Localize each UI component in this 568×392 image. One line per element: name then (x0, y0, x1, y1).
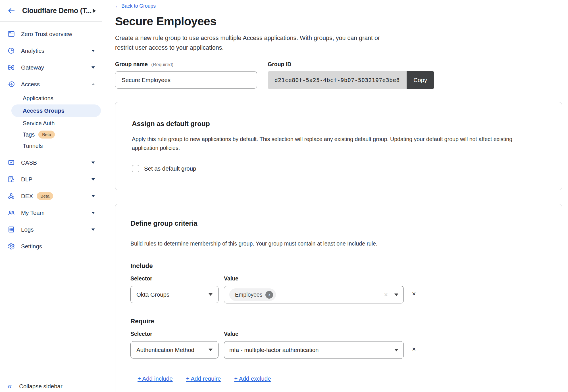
dlp-icon (7, 175, 15, 183)
sidebar-item-label: Analytics (21, 47, 44, 54)
collapse-chevrons-icon: « (7, 382, 12, 390)
add-include-link[interactable]: + Add include (138, 375, 173, 382)
add-rule-links: + Add include + Add require + Add exclud… (138, 375, 545, 382)
chip-remove-icon[interactable]: x (265, 291, 273, 299)
sidebar-item-logs[interactable]: Logs (0, 221, 102, 238)
sidebar-item-dlp[interactable]: DLP (0, 171, 102, 188)
sidebar-item-settings[interactable]: Settings (0, 238, 102, 255)
collapse-sidebar-button[interactable]: « Collapse sidebar (0, 378, 102, 392)
group-name-label: Group name (115, 61, 148, 67)
include-rule-row: Selector Okta Groups Value Employees x × (130, 275, 545, 303)
sidebar-item-label: DLP (21, 176, 32, 183)
include-value-multiselect[interactable]: Employees x × (224, 286, 404, 303)
value-label: Value (224, 275, 404, 282)
require-selector-col: Selector Authentication Method (130, 331, 219, 359)
include-selector-dropdown[interactable]: Okta Groups (130, 286, 219, 303)
sidebar-item-applications[interactable]: Applications (0, 93, 102, 104)
selector-label: Selector (130, 331, 219, 337)
access-icon (7, 80, 15, 88)
chevron-down-icon (91, 162, 95, 164)
chevron-up-icon (91, 83, 95, 85)
chevron-down-icon (394, 294, 398, 296)
sidebar-item-label: Gateway (21, 64, 44, 71)
chevron-down-icon (91, 178, 95, 181)
sidebar-item-gateway[interactable]: Gateway (0, 59, 102, 76)
sidebar-item-label: Logs (21, 226, 34, 233)
group-id-value: d21ce80f-5a25-4bcf-9b07-5032197e3be8 (268, 71, 407, 89)
sidebar-item-dex[interactable]: DEX Beta (0, 188, 102, 204)
collapse-sidebar-label: Collapse sidebar (19, 383, 63, 390)
sidebar-item-tags[interactable]: Tags Beta (0, 129, 102, 140)
sidebar-nav: Zero Trust overview Analytics Gateway Ac… (0, 22, 102, 255)
require-heading: Require (130, 318, 545, 325)
group-fields-row: Group name (Required) Group ID d21ce80f-… (115, 61, 562, 89)
sidebar-item-my-team[interactable]: My Team (0, 204, 102, 221)
sidebar-item-analytics[interactable]: Analytics (0, 42, 102, 59)
group-name-input[interactable] (115, 71, 257, 89)
gear-icon (7, 242, 15, 250)
sidebar-item-tunnels[interactable]: Tunnels (0, 140, 102, 152)
require-rule-row: Selector Authentication Method Value mfa… (130, 331, 545, 359)
chevron-down-icon (209, 349, 213, 351)
chevron-down-icon (91, 212, 95, 214)
clear-values-icon[interactable]: × (384, 291, 388, 299)
set-default-group-row[interactable]: Set as default group (132, 165, 545, 172)
selector-label: Selector (130, 275, 219, 282)
require-value-dropdown[interactable]: mfa - multiple-factor authentication (224, 341, 404, 359)
require-value-col: Value mfa - multiple-factor authenticati… (224, 331, 404, 359)
page-title: Secure Employees (115, 15, 562, 28)
sidebar-item-access[interactable]: Access (0, 76, 102, 93)
logs-icon (7, 226, 15, 234)
main-content: ← Back to Groups Secure Employees Create… (102, 0, 568, 392)
group-id-field: Group ID d21ce80f-5a25-4bcf-9b07-5032197… (268, 61, 434, 89)
sidebar-item-label: Zero Trust overview (21, 31, 72, 37)
page-description: Create a new rule group to use across mu… (115, 33, 391, 53)
account-header: Cloudflare Demo (T... (0, 0, 102, 22)
account-expand-icon[interactable] (93, 9, 96, 13)
default-group-checkbox-label: Set as default group (144, 165, 196, 172)
sidebar-item-service-auth[interactable]: Service Auth (0, 118, 102, 129)
default-group-checkbox[interactable] (132, 165, 139, 172)
chevron-down-icon (91, 195, 95, 197)
beta-badge: Beta (37, 192, 53, 200)
sidebar-item-zero-trust-overview[interactable]: Zero Trust overview (0, 26, 102, 42)
sidebar: Cloudflare Demo (T... Zero Trust overvie… (0, 0, 102, 392)
back-arrow-icon[interactable] (7, 7, 16, 15)
remove-require-rule-button[interactable]: × (412, 346, 416, 353)
group-id-label: Group ID (268, 61, 434, 68)
sidebar-item-label: CASB (21, 159, 37, 166)
sidebar-item-casb[interactable]: CASB (0, 154, 102, 171)
casb-icon (7, 159, 15, 167)
remove-include-rule-button[interactable]: × (412, 291, 416, 297)
default-group-title: Assign as default group (132, 120, 545, 128)
required-hint: (Required) (151, 62, 173, 67)
include-heading: Include (130, 262, 545, 270)
value-label: Value (224, 331, 404, 337)
team-icon (7, 209, 15, 217)
value-chip: Employees x (229, 288, 276, 301)
beta-badge: Beta (38, 131, 55, 139)
overview-icon (7, 30, 15, 38)
require-selector-dropdown[interactable]: Authentication Method (130, 341, 219, 359)
add-require-link[interactable]: + Add require (186, 375, 221, 382)
copy-button[interactable]: Copy (407, 71, 434, 89)
sidebar-item-label: Settings (21, 243, 42, 250)
chevron-down-icon (91, 229, 95, 231)
sidebar-item-access-groups[interactable]: Access Groups (11, 104, 101, 117)
dex-icon (7, 192, 15, 200)
criteria-title: Define group criteria (130, 219, 545, 227)
default-group-description: Apply this rule group to new application… (132, 135, 538, 152)
sidebar-item-label: My Team (21, 209, 45, 216)
access-sublist: Applications Access Groups Service Auth … (0, 93, 102, 152)
group-name-field: Group name (Required) (115, 61, 257, 89)
criteria-card: Define group criteria Build rules to det… (115, 204, 562, 392)
criteria-description: Build rules to determine membership of t… (130, 239, 471, 248)
sidebar-item-label: DEX (21, 193, 33, 200)
chevron-down-icon (91, 66, 95, 69)
chevron-down-icon (91, 50, 95, 52)
gateway-icon (7, 64, 15, 72)
add-exclude-link[interactable]: + Add exclude (234, 375, 271, 382)
chevron-down-icon (394, 349, 398, 351)
analytics-icon (7, 47, 15, 55)
back-to-groups-link[interactable]: ← Back to Groups (115, 3, 156, 9)
